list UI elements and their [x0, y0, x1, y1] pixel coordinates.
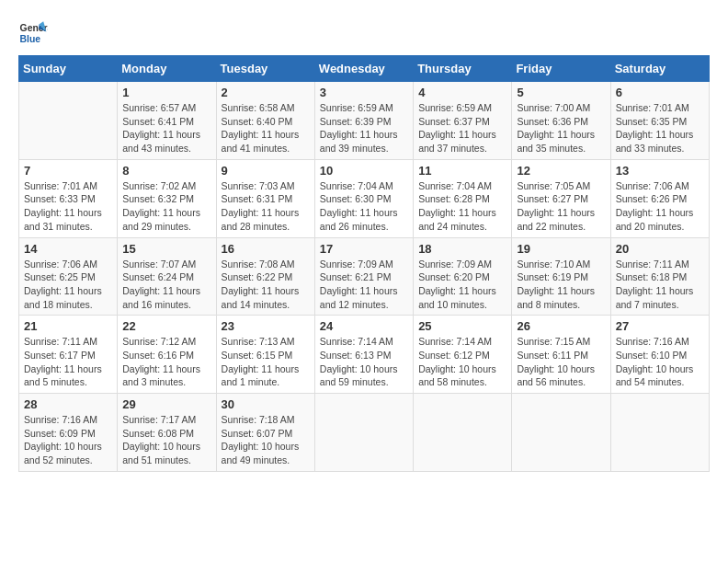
calendar-cell [512, 394, 610, 472]
calendar-cell: 6Sunrise: 7:01 AM Sunset: 6:35 PM Daylig… [610, 82, 709, 160]
calendar-cell: 28Sunrise: 7:16 AM Sunset: 6:09 PM Dayli… [19, 394, 118, 472]
day-info: Sunrise: 7:12 AM Sunset: 6:16 PM Dayligh… [122, 335, 210, 389]
day-info: Sunrise: 6:59 AM Sunset: 6:37 PM Dayligh… [418, 101, 506, 155]
calendar-cell: 23Sunrise: 7:13 AM Sunset: 6:15 PM Dayli… [216, 316, 314, 394]
day-number: 7 [24, 164, 112, 178]
calendar-cell: 17Sunrise: 7:09 AM Sunset: 6:21 PM Dayli… [314, 237, 413, 316]
day-number: 16 [222, 242, 310, 256]
day-number: 29 [122, 397, 210, 411]
calendar-cell: 9Sunrise: 7:03 AM Sunset: 6:31 PM Daylig… [216, 159, 314, 237]
day-number: 26 [517, 319, 605, 333]
day-number: 21 [24, 319, 112, 333]
day-info: Sunrise: 7:11 AM Sunset: 6:18 PM Dayligh… [616, 258, 704, 312]
day-number: 27 [616, 319, 704, 333]
calendar-cell: 12Sunrise: 7:05 AM Sunset: 6:27 PM Dayli… [512, 159, 610, 237]
calendar-cell: 26Sunrise: 7:15 AM Sunset: 6:11 PM Dayli… [512, 316, 610, 394]
day-header-sunday: Sunday [19, 56, 118, 82]
day-info: Sunrise: 7:01 AM Sunset: 6:35 PM Dayligh… [616, 101, 704, 155]
day-info: Sunrise: 7:09 AM Sunset: 6:20 PM Dayligh… [418, 258, 506, 312]
calendar-cell: 21Sunrise: 7:11 AM Sunset: 6:17 PM Dayli… [19, 316, 118, 394]
day-number: 15 [122, 242, 210, 256]
day-info: Sunrise: 7:00 AM Sunset: 6:36 PM Dayligh… [517, 101, 605, 155]
calendar-cell: 25Sunrise: 7:14 AM Sunset: 6:12 PM Dayli… [414, 316, 512, 394]
day-number: 5 [517, 86, 605, 99]
calendar-week-row: 7Sunrise: 7:01 AM Sunset: 6:33 PM Daylig… [19, 159, 710, 237]
calendar-cell: 29Sunrise: 7:17 AM Sunset: 6:08 PM Dayli… [118, 394, 216, 472]
day-number: 13 [616, 164, 704, 178]
day-info: Sunrise: 7:17 AM Sunset: 6:08 PM Dayligh… [122, 413, 210, 467]
calendar-cell: 5Sunrise: 7:00 AM Sunset: 6:36 PM Daylig… [512, 82, 610, 160]
day-header-monday: Monday [118, 56, 216, 82]
calendar-cell: 3Sunrise: 6:59 AM Sunset: 6:39 PM Daylig… [314, 82, 413, 160]
calendar-cell: 30Sunrise: 7:18 AM Sunset: 6:07 PM Dayli… [216, 394, 314, 472]
day-info: Sunrise: 7:02 AM Sunset: 6:32 PM Dayligh… [122, 179, 210, 234]
day-number: 30 [222, 397, 310, 411]
day-info: Sunrise: 7:14 AM Sunset: 6:13 PM Dayligh… [320, 335, 408, 389]
calendar-cell: 19Sunrise: 7:10 AM Sunset: 6:19 PM Dayli… [512, 237, 610, 316]
day-info: Sunrise: 7:11 AM Sunset: 6:17 PM Dayligh… [24, 335, 112, 389]
calendar-cell: 16Sunrise: 7:08 AM Sunset: 6:22 PM Dayli… [216, 237, 314, 316]
calendar-cell: 8Sunrise: 7:02 AM Sunset: 6:32 PM Daylig… [118, 159, 216, 237]
day-header-thursday: Thursday [414, 56, 512, 82]
day-info: Sunrise: 7:09 AM Sunset: 6:21 PM Dayligh… [320, 258, 408, 312]
day-number: 28 [24, 397, 112, 411]
day-number: 2 [222, 86, 310, 99]
day-number: 19 [517, 242, 605, 256]
day-info: Sunrise: 7:15 AM Sunset: 6:11 PM Dayligh… [517, 335, 605, 389]
calendar-week-row: 21Sunrise: 7:11 AM Sunset: 6:17 PM Dayli… [19, 316, 710, 394]
day-info: Sunrise: 7:07 AM Sunset: 6:24 PM Dayligh… [122, 258, 210, 312]
day-number: 12 [517, 164, 605, 178]
day-info: Sunrise: 7:10 AM Sunset: 6:19 PM Dayligh… [517, 258, 605, 312]
day-number: 22 [122, 319, 210, 333]
day-number: 20 [616, 242, 704, 256]
logo-icon: General Blue [18, 18, 48, 48]
day-info: Sunrise: 7:08 AM Sunset: 6:22 PM Dayligh… [222, 258, 310, 312]
day-number: 4 [418, 86, 506, 99]
calendar-body: 1Sunrise: 6:57 AM Sunset: 6:41 PM Daylig… [19, 82, 710, 472]
day-info: Sunrise: 6:58 AM Sunset: 6:40 PM Dayligh… [222, 101, 310, 155]
calendar-cell [19, 82, 118, 160]
logo: General Blue [18, 18, 48, 48]
day-info: Sunrise: 7:04 AM Sunset: 6:28 PM Dayligh… [418, 179, 506, 234]
calendar-week-row: 1Sunrise: 6:57 AM Sunset: 6:41 PM Daylig… [19, 82, 710, 160]
calendar-cell: 20Sunrise: 7:11 AM Sunset: 6:18 PM Dayli… [610, 237, 709, 316]
day-info: Sunrise: 6:57 AM Sunset: 6:41 PM Dayligh… [122, 101, 210, 155]
day-number: 17 [320, 242, 408, 256]
calendar-cell: 15Sunrise: 7:07 AM Sunset: 6:24 PM Dayli… [118, 237, 216, 316]
calendar-week-row: 14Sunrise: 7:06 AM Sunset: 6:25 PM Dayli… [19, 237, 710, 316]
day-info: Sunrise: 7:06 AM Sunset: 6:25 PM Dayligh… [24, 258, 112, 312]
calendar-cell: 27Sunrise: 7:16 AM Sunset: 6:10 PM Dayli… [610, 316, 709, 394]
day-number: 24 [320, 319, 408, 333]
day-number: 6 [616, 86, 704, 99]
day-number: 25 [418, 319, 506, 333]
day-number: 14 [24, 242, 112, 256]
day-number: 9 [222, 164, 310, 178]
calendar-cell: 2Sunrise: 6:58 AM Sunset: 6:40 PM Daylig… [216, 82, 314, 160]
day-info: Sunrise: 7:18 AM Sunset: 6:07 PM Dayligh… [222, 413, 310, 467]
calendar-header-row: SundayMondayTuesdayWednesdayThursdayFrid… [19, 56, 710, 82]
calendar-cell: 24Sunrise: 7:14 AM Sunset: 6:13 PM Dayli… [314, 316, 413, 394]
calendar-cell: 22Sunrise: 7:12 AM Sunset: 6:16 PM Dayli… [118, 316, 216, 394]
day-header-wednesday: Wednesday [314, 56, 413, 82]
calendar-cell: 14Sunrise: 7:06 AM Sunset: 6:25 PM Dayli… [19, 237, 118, 316]
day-info: Sunrise: 7:13 AM Sunset: 6:15 PM Dayligh… [222, 335, 310, 389]
day-number: 10 [320, 164, 408, 178]
calendar-cell: 4Sunrise: 6:59 AM Sunset: 6:37 PM Daylig… [414, 82, 512, 160]
calendar-cell: 1Sunrise: 6:57 AM Sunset: 6:41 PM Daylig… [118, 82, 216, 160]
day-number: 11 [418, 164, 506, 178]
day-info: Sunrise: 7:05 AM Sunset: 6:27 PM Dayligh… [517, 179, 605, 234]
day-header-friday: Friday [512, 56, 610, 82]
day-header-saturday: Saturday [610, 56, 709, 82]
day-info: Sunrise: 7:06 AM Sunset: 6:26 PM Dayligh… [616, 179, 704, 234]
calendar-cell [314, 394, 413, 472]
calendar-week-row: 28Sunrise: 7:16 AM Sunset: 6:09 PM Dayli… [19, 394, 710, 472]
day-number: 18 [418, 242, 506, 256]
calendar-cell: 11Sunrise: 7:04 AM Sunset: 6:28 PM Dayli… [414, 159, 512, 237]
day-info: Sunrise: 7:16 AM Sunset: 6:10 PM Dayligh… [616, 335, 704, 389]
svg-text:Blue: Blue [20, 34, 41, 44]
day-number: 23 [222, 319, 310, 333]
calendar-cell: 18Sunrise: 7:09 AM Sunset: 6:20 PM Dayli… [414, 237, 512, 316]
calendar-table: SundayMondayTuesdayWednesdayThursdayFrid… [18, 55, 710, 472]
day-number: 3 [320, 86, 408, 99]
page-header: General Blue [18, 18, 710, 48]
